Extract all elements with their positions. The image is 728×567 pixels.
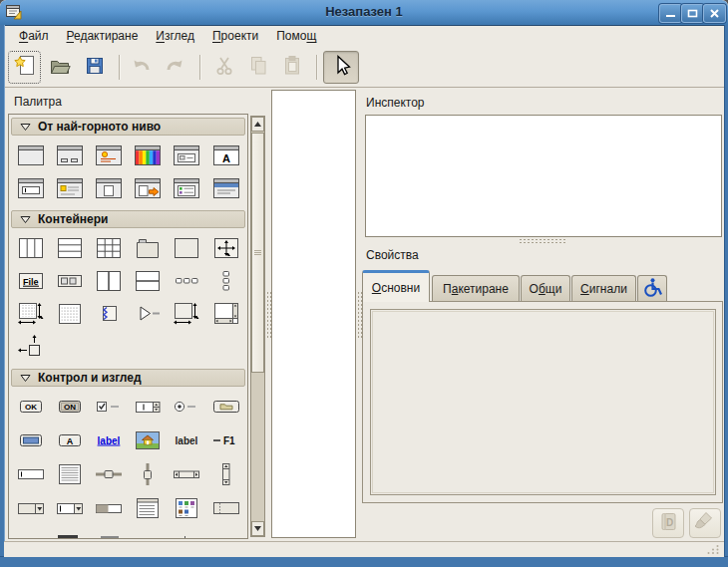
palette-item-vbuttonbox[interactable] [206, 266, 245, 299]
palette-item-radio-button[interactable] [168, 392, 206, 425]
palette-item-expander[interactable] [129, 299, 168, 332]
palette-item-assistant[interactable] [206, 173, 245, 206]
palette-item-text-view[interactable] [50, 459, 89, 493]
palette-item-color-selection-dialog[interactable] [129, 141, 168, 173]
palette-item-alignment[interactable] [11, 332, 50, 365]
devhelp-button[interactable]: D [652, 508, 684, 538]
palette-item-entry[interactable] [11, 459, 50, 493]
palette-item-font-button[interactable]: A [50, 425, 89, 459]
tab-пакетиране[interactable]: Пакетиране [432, 275, 520, 302]
tab-общи[interactable]: Общи [521, 275, 570, 302]
palette-item-vscale[interactable] [129, 459, 168, 493]
palette-item-link-button[interactable]: label [89, 425, 128, 459]
palette-section-header[interactable]: От най-горното ниво [11, 118, 245, 136]
new-button[interactable] [9, 52, 40, 83]
close-button[interactable] [703, 4, 726, 23]
palette-item-combo-box[interactable] [11, 493, 50, 527]
save-button[interactable] [79, 52, 110, 83]
open-button[interactable] [44, 52, 75, 83]
scrollbar-thumb[interactable] [251, 133, 264, 373]
svg-text:A: A [222, 152, 230, 164]
resize-grip[interactable] [704, 544, 720, 555]
expander-open-icon [20, 215, 31, 224]
cut-button[interactable] [208, 52, 239, 83]
palette-item-scrolled-cross[interactable] [206, 233, 245, 266]
palette-item-layout[interactable] [11, 299, 50, 332]
tab-сигнали[interactable]: Сигнали [571, 275, 636, 302]
palette-item-icon-view[interactable] [168, 493, 206, 527]
palette-item-image[interactable] [129, 425, 168, 459]
tab-основни[interactable]: Основни [362, 270, 430, 302]
scroll-up-button[interactable] [251, 117, 264, 132]
palette-item-tree-view[interactable] [129, 493, 168, 527]
palette-item-partial-hseparator[interactable] [58, 535, 78, 538]
palette-item-window[interactable] [11, 141, 50, 173]
palette-item-vbox[interactable] [50, 233, 89, 266]
palette-item-about-dialog[interactable] [50, 173, 89, 206]
palette-item-check-button[interactable] [89, 392, 128, 425]
selector-button[interactable] [323, 51, 359, 84]
palette-item-frame[interactable] [168, 233, 206, 266]
palette-item-button[interactable]: OK [11, 392, 50, 425]
palette-item-spin-button[interactable] [129, 392, 168, 425]
palette-item-vpaned[interactable] [129, 266, 168, 299]
inspector-view[interactable] [365, 115, 722, 237]
palette-scrollbar[interactable] [250, 116, 265, 537]
palette-item-accel-label[interactable]: F1 [206, 425, 245, 459]
copy-button[interactable] [242, 52, 273, 83]
palette-item-combo-box-entry[interactable] [50, 493, 89, 527]
open-icon [47, 54, 73, 82]
menu-файл[interactable]: Файл [10, 26, 58, 46]
palette-item-progress-bar[interactable] [89, 493, 128, 527]
paste-button[interactable] [276, 52, 307, 83]
menu-помощ[interactable]: Помощ [267, 26, 325, 46]
undo-icon [129, 54, 155, 82]
palette-item-file-chooser-dialog[interactable] [129, 173, 168, 206]
palette-item-label[interactable]: label [168, 425, 206, 459]
palette: От най-горното нивоAКонтейнериFileКонтро… [8, 114, 248, 539]
palette-item-hscale[interactable] [89, 459, 128, 493]
palette-item-message-dialog[interactable] [89, 141, 128, 173]
palette-item-toggle-button[interactable]: ON [50, 392, 89, 425]
redo-button[interactable] [159, 52, 189, 83]
palette-section-header[interactable]: Контейнери [11, 210, 245, 228]
palette-item-viewport[interactable] [168, 299, 206, 332]
palette-item-color-button[interactable] [11, 425, 50, 459]
palette-item-recent-chooser-dialog[interactable] [168, 173, 206, 206]
palette-item-property-dialog[interactable] [168, 141, 206, 173]
palette-item-hpaned[interactable] [89, 266, 128, 299]
palette-item-toolbar-item[interactable] [50, 266, 89, 299]
palette-item-menubar[interactable]: File [11, 266, 50, 299]
palette-item-partial-vseparator[interactable] [184, 536, 185, 539]
palette-item-table[interactable] [89, 233, 128, 266]
minimize-button[interactable] [659, 4, 682, 23]
palette-item-fixed[interactable] [50, 299, 89, 332]
palette-title: Палитра [14, 95, 62, 109]
palette-item-cell-view[interactable] [206, 493, 245, 527]
palette-item-notebook[interactable] [129, 233, 168, 266]
palette-item-hbox[interactable] [11, 233, 50, 266]
palette-item-input-dialog[interactable] [11, 173, 50, 206]
svg-text:label: label [98, 435, 121, 446]
scroll-down-button[interactable] [251, 521, 264, 536]
menu-редактиране[interactable]: Редактиране [58, 26, 148, 46]
palette-section-header[interactable]: Контрол и изглед [11, 369, 245, 387]
palette-item-hscrollbar[interactable] [168, 459, 206, 493]
tab-accessibility[interactable] [637, 275, 667, 302]
pane-splitter-inspector[interactable] [519, 238, 565, 243]
palette-item-font-selection-dialog[interactable]: A [206, 141, 245, 173]
menu-проекти[interactable]: Проекти [203, 26, 267, 46]
palette-item-scrolled-window[interactable] [206, 299, 245, 332]
palette-item-file-selection[interactable] [89, 173, 128, 206]
design-canvas[interactable] [271, 90, 356, 538]
undo-button[interactable] [126, 52, 157, 83]
maximize-button[interactable] [681, 4, 704, 23]
brush-button[interactable] [689, 508, 721, 538]
palette-item-hbuttonbox[interactable] [168, 266, 206, 299]
palette-item-file-chooser-button[interactable] [206, 392, 245, 425]
palette-item-handlebox[interactable] [89, 299, 128, 332]
palette-item-vscrollbar[interactable] [206, 459, 245, 493]
palette-item-partial-statusbar-widget[interactable] [101, 536, 119, 539]
palette-item-dialog[interactable] [50, 141, 89, 173]
menu-изглед[interactable]: Изглед [147, 26, 203, 46]
